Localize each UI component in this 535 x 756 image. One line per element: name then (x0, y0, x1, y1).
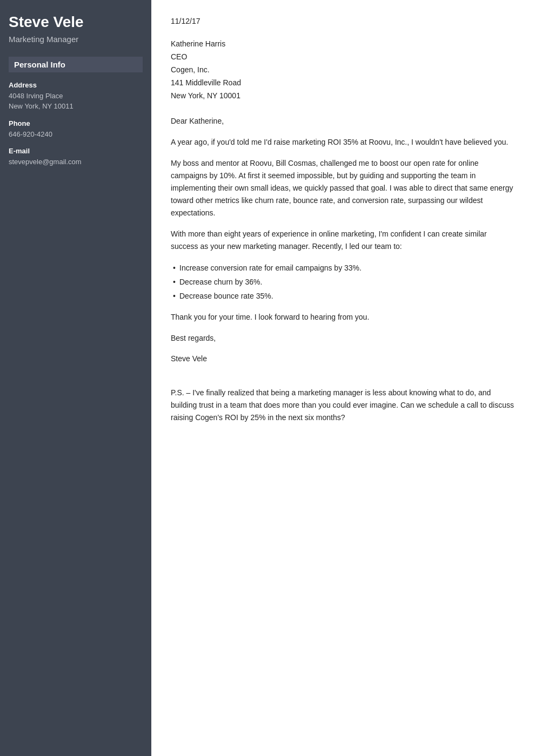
sidebar: Steve Vele Marketing Manager Personal In… (0, 0, 151, 756)
bullet-item-1: Increase conversion rate for email campa… (171, 262, 516, 274)
bullet-item-3: Decrease bounce rate 35%. (171, 290, 516, 302)
address-label: Address (9, 81, 143, 89)
recipient-address1: 141 Middleville Road (171, 77, 516, 90)
address-line1: 4048 Irving Place (9, 92, 63, 100)
recipient-title: CEO (171, 51, 516, 64)
paragraph-3: With more than eight years of experience… (171, 228, 516, 253)
phone-value: 646-920-4240 (9, 129, 143, 140)
signature-block: Steve Vele (171, 353, 516, 364)
postscript: P.S. – I've finally realized that being … (171, 387, 516, 424)
paragraph-1: A year ago, if you'd told me I'd raise m… (171, 136, 516, 148)
paragraph-2: My boss and mentor at Roovu, Bill Cosmas… (171, 157, 516, 219)
address-value: 4048 Irving Place New York, NY 10011 (9, 91, 143, 112)
closing: Best regards, (171, 332, 516, 344)
salutation: Dear Katherine, (171, 115, 516, 127)
recipient-block: Katherine Harris CEO Cogen, Inc. 141 Mid… (171, 38, 516, 102)
email-label: E-mail (9, 147, 143, 155)
address-line2: New York, NY 10011 (9, 102, 73, 110)
recipient-name: Katherine Harris (171, 38, 516, 51)
bullet-item-2: Decrease churn by 36%. (171, 276, 516, 288)
achievements-list: Increase conversion rate for email campa… (171, 262, 516, 302)
personal-info-header: Personal Info (9, 57, 143, 72)
phone-label: Phone (9, 119, 143, 127)
applicant-name: Steve Vele (9, 13, 143, 31)
email-value: stevepvele@gmail.com (9, 157, 143, 167)
recipient-address2: New York, NY 10001 (171, 90, 516, 103)
letter-content: 11/12/17 Katherine Harris CEO Cogen, Inc… (151, 0, 535, 756)
recipient-company: Cogen, Inc. (171, 64, 516, 77)
applicant-job-title: Marketing Manager (9, 35, 143, 44)
paragraph-4: Thank you for your time. I look forward … (171, 311, 516, 323)
signature-name: Steve Vele (171, 353, 516, 364)
letter-date: 11/12/17 (171, 15, 516, 27)
